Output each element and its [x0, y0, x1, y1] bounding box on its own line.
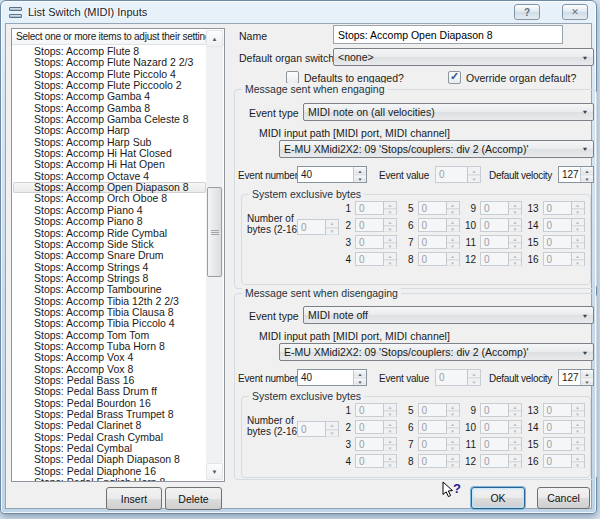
spin-up-icon: ▲ [509, 455, 521, 460]
engaging-midi-input-path-label: MIDI input path [MIDI port, MIDI channel… [259, 127, 450, 139]
spin-down-icon: ▼ [509, 444, 521, 450]
engaging-event-type-select[interactable]: MIDI note on (all velocities) ▼ [303, 103, 594, 121]
spin-up-icon[interactable]: ▲ [354, 167, 366, 173]
sysex-byte-spinner: 0▲▼ [543, 420, 585, 434]
engaging-default-velocity-spinner[interactable]: 127▲▼ [558, 166, 594, 183]
spin-down-icon: ▼ [509, 242, 521, 248]
switch-listbox[interactable]: Select one or more items to adjust their… [11, 28, 225, 482]
spin-up-icon[interactable]: ▲ [581, 167, 593, 173]
list-item[interactable]: Stops: Accomp Open Diapason 8 [13, 182, 206, 193]
spinner-value[interactable]: 40 [298, 167, 353, 182]
spin-down-icon[interactable]: ▼ [354, 377, 366, 384]
scroll-down-icon[interactable]: ▼ [206, 463, 223, 480]
spin-up-icon[interactable]: ▲ [354, 370, 366, 376]
engaging-sysex-grid: 10▲▼20▲▼30▲▼40▲▼50▲▼60▲▼70▲▼80▲▼90▲▼100▲… [337, 201, 587, 266]
list-item[interactable]: Stops: Accomp Gamba Celeste 8 [13, 114, 206, 125]
list-item[interactable]: Stops: Accomp Octave 4 [13, 171, 206, 182]
sysex-byte-label: 3 [337, 439, 351, 450]
list-item[interactable]: Stops: Pedal Crash Cymbal [13, 432, 206, 443]
list-item[interactable]: Stops: Accomp Tibia Piccolo 4 [13, 318, 206, 329]
list-item[interactable]: Stops: Accomp Tibia Clausa 8 [13, 307, 206, 318]
list-item[interactable]: Stops: Accomp Tibia 12th 2 2/3 [13, 296, 206, 307]
spinner-value[interactable]: 40 [298, 370, 353, 385]
spin-down-icon[interactable]: ▼ [581, 174, 593, 181]
engaging-midi-input-path-select[interactable]: E-MU XMidi2X2: 09 'Stops/couplers: div 2… [279, 140, 594, 158]
spin-down-icon: ▼ [572, 427, 584, 433]
ok-button[interactable]: OK [471, 487, 525, 509]
spin-down-icon[interactable]: ▼ [581, 377, 593, 384]
disengaging-group-caption: Message sent when disengaging [242, 287, 401, 299]
list-item[interactable]: Stops: Accomp Orch Oboe 8 [13, 193, 206, 204]
list-item[interactable]: Stops: Accomp Side Stick [13, 239, 206, 250]
list-item[interactable]: Stops: Pedal Bass Drum ff [13, 386, 206, 397]
list-item[interactable]: Stops: Accomp Tuba Horn 8 [13, 341, 206, 352]
list-item[interactable]: Stops: Pedal Bourdon 16 [13, 398, 206, 409]
list-item[interactable]: Stops: Accomp Gamba 8 [13, 103, 206, 114]
list-item[interactable]: Stops: Pedal Clarinet 8 [13, 420, 206, 431]
sysex-byte-cell: 10▲▼ [337, 201, 400, 215]
spinner-value[interactable]: 127 [559, 167, 580, 182]
name-input[interactable] [333, 25, 563, 44]
engaging-event-number-spinner[interactable]: 40▲▼ [297, 166, 367, 183]
default-organ-switch-select[interactable]: <none> ▼ [333, 48, 594, 66]
list-item[interactable]: Stops: Accomp Gamba 4 [13, 91, 206, 102]
sysex-byte-label: 16 [525, 254, 539, 265]
list-item[interactable]: Stops: Accomp Tom Tom [13, 330, 206, 341]
list-item[interactable]: Stops: Pedal Diaph Diapason 8 [13, 454, 206, 465]
list-item[interactable]: Stops: Pedal Cymbal [13, 443, 206, 454]
list-item[interactable]: Stops: Accomp Snare Drum [13, 250, 206, 261]
sysex-byte-cell: 80▲▼ [400, 454, 463, 468]
spin-up-icon: ▲ [572, 236, 584, 241]
thumb-grip [211, 230, 219, 235]
spin-down-icon: ▼ [384, 259, 396, 265]
list-item[interactable]: Stops: Accomp Hi Hat Open [13, 159, 206, 170]
scrollbar-thumb[interactable] [207, 187, 222, 277]
list-item[interactable]: Stops: Accomp Piano 8 [13, 216, 206, 227]
list-item[interactable]: Stops: Accomp Hi Hat Closed [13, 148, 206, 159]
spin-down-icon[interactable]: ▼ [354, 174, 366, 181]
sysex-byte-cell: 80▲▼ [400, 252, 463, 266]
list-item[interactable]: Stops: Pedal English Horn 8 [13, 477, 206, 481]
sysex-byte-cell: 60▲▼ [400, 218, 463, 232]
list-item[interactable]: Stops: Accomp Strings 4 [13, 262, 206, 273]
scroll-up-icon[interactable]: ▲ [206, 30, 223, 47]
list-item[interactable]: Stops: Accomp Harp Sub [13, 137, 206, 148]
spin-up-icon: ▲ [572, 455, 584, 460]
spin-up-icon[interactable]: ▲ [581, 370, 593, 376]
sysex-byte-label: 14 [525, 220, 539, 231]
list-item[interactable]: Stops: Accomp Flute Nazard 2 2/3 [13, 57, 206, 68]
disengaging-midi-input-path-select[interactable]: E-MU XMidi2X2: 09 'Stops/couplers: div 2… [279, 343, 594, 361]
list-item[interactable]: Stops: Accomp Vox 4 [13, 352, 206, 363]
spinner-value[interactable]: 127 [559, 370, 580, 385]
list-item[interactable]: Stops: Accomp Harp [13, 125, 206, 136]
list-item[interactable]: Stops: Accomp Piano 4 [13, 205, 206, 216]
list-item[interactable]: Stops: Accomp Strings 8 [13, 273, 206, 284]
list-item[interactable]: Stops: Pedal Brass Trumpet 8 [13, 409, 206, 420]
list-item[interactable]: Stops: Accomp Tambourine [13, 284, 206, 295]
spin-up-icon: ▲ [509, 438, 521, 443]
list-item[interactable]: Stops: Accomp Ride Cymbal [13, 228, 206, 239]
sysex-byte-cell: 90▲▼ [462, 403, 525, 417]
insert-button[interactable]: Insert [106, 487, 162, 510]
list-item[interactable]: Stops: Accomp Vox 8 [13, 364, 206, 375]
title-bar[interactable]: List Switch (MIDI) Inputs ? ✕ [1, 1, 596, 23]
delete-button[interactable]: Delete [165, 487, 222, 510]
list-item[interactable]: Stops: Pedal Bass 16 [13, 375, 206, 386]
sysex-byte-cell: 120▲▼ [462, 454, 525, 468]
cancel-button[interactable]: Cancel [537, 487, 590, 509]
help-button[interactable]: ? [514, 4, 540, 20]
list-item[interactable]: Stops: Pedal Diaphone 16 [13, 466, 206, 477]
spinner-value: 0 [356, 236, 383, 248]
spin-up-icon: ▲ [572, 421, 584, 426]
list-item[interactable]: Stops: Accomp Flute 8 [13, 46, 206, 57]
list-item[interactable]: Stops: Accomp Flute Piccoolo 2 [13, 80, 206, 91]
sysex-byte-spinner: 0▲▼ [480, 235, 522, 249]
disengaging-default-velocity-spinner[interactable]: 127▲▼ [558, 369, 594, 386]
close-button[interactable]: ✕ [562, 4, 588, 20]
list-items[interactable]: Stops: Accomp Flute 8Stops: Accomp Flute… [13, 46, 206, 481]
disengaging-event-number-spinner[interactable]: 40▲▼ [297, 369, 367, 386]
list-item[interactable]: Stops: Accomp Flute Piccolo 4 [13, 69, 206, 80]
list-scrollbar[interactable]: ▲ ▼ [206, 30, 223, 480]
override-organ-default-checkbox[interactable]: ✓ [448, 71, 461, 84]
disengaging-event-type-select[interactable]: MIDI note off ▼ [303, 306, 594, 324]
